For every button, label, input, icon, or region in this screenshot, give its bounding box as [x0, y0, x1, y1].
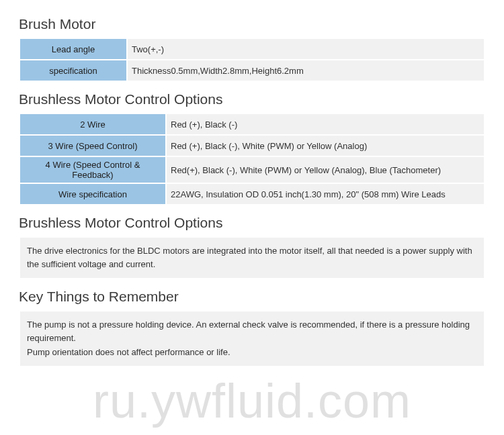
- cell-value: Two(+,-): [127, 38, 485, 60]
- info-box-brushless: The drive electronics for the BLDC motor…: [19, 236, 485, 279]
- table-row: 3 Wire (Speed Control) Red (+), Black (-…: [19, 135, 485, 156]
- table-row: specification Thickness0.5mm,Width2.8mm,…: [19, 60, 485, 81]
- info-line: Pump orientation does not affect perform…: [27, 346, 477, 359]
- table-row: Wire specification 22AWG, Insulation OD …: [19, 183, 485, 205]
- cell-value: Red (+), Black (-), White (PWM) or Yello…: [166, 135, 485, 156]
- cell-value: 22AWG, Insulation OD 0.051 inch(1.30 mm)…: [166, 183, 485, 205]
- table-row: 2 Wire Red (+), Black (-): [19, 113, 485, 135]
- section-title-brushless-note: Brushless Motor Control Options: [19, 215, 485, 231]
- section-title-brush-motor: Brush Motor: [19, 16, 485, 32]
- cell-label: 4 Wire (Speed Control & Feedback): [19, 156, 166, 183]
- section-title-brushless-options: Brushless Motor Control Options: [19, 91, 485, 107]
- cell-value: Red(+), Black (-), White (PWM) or Yellow…: [166, 156, 485, 183]
- brushless-options-table: 2 Wire Red (+), Black (-) 3 Wire (Speed …: [19, 113, 485, 205]
- watermark-text: ru.ywfluid.com: [0, 373, 504, 428]
- cell-label: 3 Wire (Speed Control): [19, 135, 166, 156]
- info-box-key-things: The pump is not a pressure holding devic…: [19, 310, 485, 367]
- brush-motor-table: Lead angle Two(+,-) specification Thickn…: [19, 38, 485, 82]
- cell-value: Thickness0.5mm,Width2.8mm,Height6.2mm: [127, 60, 485, 81]
- section-title-key-things: Key Things to Remember: [19, 289, 485, 305]
- cell-label: 2 Wire: [19, 113, 166, 135]
- cell-label: Lead angle: [19, 38, 127, 60]
- table-row: Lead angle Two(+,-): [19, 38, 485, 60]
- cell-value: Red (+), Black (-): [166, 113, 485, 135]
- cell-label: Wire specification: [19, 183, 166, 205]
- cell-label: specification: [19, 60, 127, 81]
- info-line: The pump is not a pressure holding devic…: [27, 318, 477, 345]
- table-row: 4 Wire (Speed Control & Feedback) Red(+)…: [19, 156, 485, 183]
